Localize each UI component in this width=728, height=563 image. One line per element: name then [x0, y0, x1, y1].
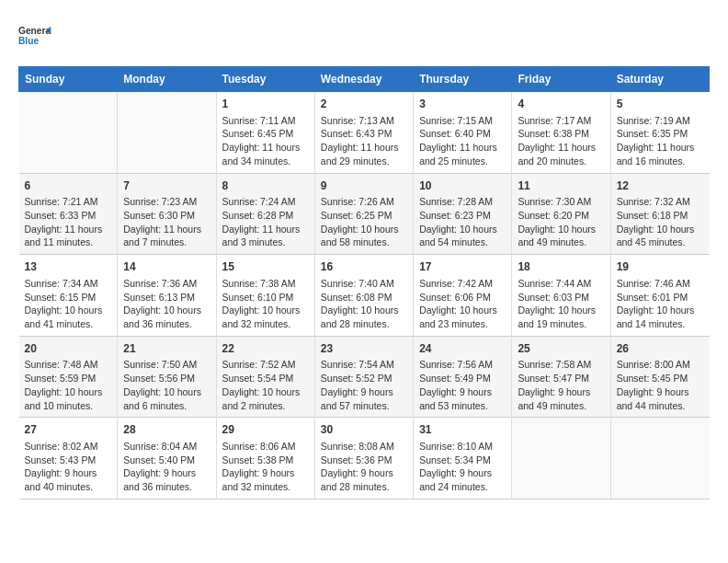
day-info: Sunrise: 7:52 AM Sunset: 5:54 PM Dayligh…: [222, 358, 309, 412]
svg-text:Blue: Blue: [18, 36, 39, 46]
calendar-cell: 23Sunrise: 7:54 AM Sunset: 5:52 PM Dayli…: [314, 336, 413, 418]
day-info: Sunrise: 7:36 AM Sunset: 6:13 PM Dayligh…: [123, 277, 210, 331]
day-number: 24: [419, 341, 506, 357]
day-number: 4: [518, 97, 604, 112]
calendar-cell: 7Sunrise: 7:23 AM Sunset: 6:30 PM Daylig…: [118, 173, 216, 255]
calendar-cell: 19Sunrise: 7:46 AM Sunset: 6:01 PM Dayli…: [610, 255, 709, 337]
calendar-cell: [610, 418, 709, 500]
calendar-cell: 8Sunrise: 7:24 AM Sunset: 6:28 PM Daylig…: [216, 173, 314, 255]
day-info: Sunrise: 7:24 AM Sunset: 6:28 PM Dayligh…: [222, 195, 309, 249]
day-info: Sunrise: 7:48 AM Sunset: 5:59 PM Dayligh…: [25, 358, 112, 412]
day-number: 5: [617, 97, 704, 112]
calendar-cell: 17Sunrise: 7:42 AM Sunset: 6:06 PM Dayli…: [414, 255, 512, 337]
day-number: 28: [123, 422, 210, 438]
calendar-cell: [19, 92, 118, 174]
calendar-cell: [512, 418, 610, 500]
day-info: Sunrise: 7:26 AM Sunset: 6:25 PM Dayligh…: [321, 195, 407, 249]
day-number: 8: [222, 178, 309, 194]
calendar-cell: 25Sunrise: 7:58 AM Sunset: 5:47 PM Dayli…: [512, 336, 610, 418]
calendar-cell: 2Sunrise: 7:13 AM Sunset: 6:43 PM Daylig…: [314, 92, 413, 174]
day-number: 2: [321, 97, 407, 112]
day-number: 23: [321, 341, 407, 357]
day-number: 19: [617, 259, 704, 275]
calendar-cell: 3Sunrise: 7:15 AM Sunset: 6:40 PM Daylig…: [414, 92, 512, 174]
day-info: Sunrise: 7:40 AM Sunset: 6:08 PM Dayligh…: [321, 277, 407, 331]
day-number: 16: [321, 259, 407, 275]
day-info: Sunrise: 8:00 AM Sunset: 5:45 PM Dayligh…: [617, 358, 704, 412]
day-number: 12: [617, 178, 704, 194]
calendar-cell: 14Sunrise: 7:36 AM Sunset: 6:13 PM Dayli…: [118, 255, 216, 337]
logo-svg: General Blue: [18, 18, 51, 52]
page-header: General Blue: [18, 18, 710, 52]
calendar-cell: 21Sunrise: 7:50 AM Sunset: 5:56 PM Dayli…: [118, 336, 216, 418]
calendar-week-row: 20Sunrise: 7:48 AM Sunset: 5:59 PM Dayli…: [19, 336, 710, 418]
day-info: Sunrise: 7:42 AM Sunset: 6:06 PM Dayligh…: [419, 277, 506, 331]
day-info: Sunrise: 8:04 AM Sunset: 5:40 PM Dayligh…: [123, 440, 210, 494]
weekday-header-sunday: Sunday: [19, 67, 118, 92]
calendar-cell: 4Sunrise: 7:17 AM Sunset: 6:38 PM Daylig…: [512, 92, 610, 174]
day-info: Sunrise: 8:06 AM Sunset: 5:38 PM Dayligh…: [222, 440, 309, 494]
calendar-week-row: 13Sunrise: 7:34 AM Sunset: 6:15 PM Dayli…: [19, 255, 710, 337]
calendar-cell: 13Sunrise: 7:34 AM Sunset: 6:15 PM Dayli…: [19, 255, 118, 337]
day-info: Sunrise: 8:02 AM Sunset: 5:43 PM Dayligh…: [25, 440, 112, 494]
day-info: Sunrise: 7:50 AM Sunset: 5:56 PM Dayligh…: [123, 358, 210, 412]
day-info: Sunrise: 7:44 AM Sunset: 6:03 PM Dayligh…: [518, 277, 604, 331]
calendar-cell: 28Sunrise: 8:04 AM Sunset: 5:40 PM Dayli…: [118, 418, 216, 500]
weekday-header-row: SundayMondayTuesdayWednesdayThursdayFrid…: [19, 67, 710, 92]
day-info: Sunrise: 7:34 AM Sunset: 6:15 PM Dayligh…: [25, 277, 112, 331]
calendar-cell: 10Sunrise: 7:28 AM Sunset: 6:23 PM Dayli…: [414, 173, 512, 255]
day-info: Sunrise: 7:32 AM Sunset: 6:18 PM Dayligh…: [617, 195, 704, 249]
calendar-cell: 18Sunrise: 7:44 AM Sunset: 6:03 PM Dayli…: [512, 255, 610, 337]
day-number: 26: [617, 341, 704, 357]
day-number: 15: [222, 259, 309, 275]
day-number: 6: [25, 178, 112, 194]
calendar-cell: 11Sunrise: 7:30 AM Sunset: 6:20 PM Dayli…: [512, 173, 610, 255]
day-info: Sunrise: 7:13 AM Sunset: 6:43 PM Dayligh…: [321, 114, 407, 168]
calendar-cell: 26Sunrise: 8:00 AM Sunset: 5:45 PM Dayli…: [610, 336, 709, 418]
day-info: Sunrise: 7:19 AM Sunset: 6:35 PM Dayligh…: [617, 114, 704, 168]
day-number: 1: [222, 97, 309, 112]
day-number: 3: [419, 97, 506, 112]
day-info: Sunrise: 8:08 AM Sunset: 5:36 PM Dayligh…: [321, 440, 407, 494]
day-info: Sunrise: 8:10 AM Sunset: 5:34 PM Dayligh…: [419, 440, 506, 494]
day-number: 9: [321, 178, 407, 194]
day-info: Sunrise: 7:11 AM Sunset: 6:45 PM Dayligh…: [222, 114, 309, 168]
logo: General Blue: [18, 18, 51, 52]
day-number: 10: [419, 178, 506, 194]
day-number: 25: [518, 341, 604, 357]
day-info: Sunrise: 7:21 AM Sunset: 6:33 PM Dayligh…: [25, 195, 112, 249]
calendar-cell: 6Sunrise: 7:21 AM Sunset: 6:33 PM Daylig…: [19, 173, 118, 255]
day-info: Sunrise: 7:23 AM Sunset: 6:30 PM Dayligh…: [123, 195, 210, 249]
day-number: 21: [123, 341, 210, 357]
day-number: 7: [123, 178, 210, 194]
weekday-header-wednesday: Wednesday: [314, 67, 413, 92]
day-number: 13: [25, 259, 112, 275]
calendar-cell: 22Sunrise: 7:52 AM Sunset: 5:54 PM Dayli…: [216, 336, 314, 418]
calendar-table: SundayMondayTuesdayWednesdayThursdayFrid…: [18, 66, 710, 500]
day-number: 22: [222, 341, 309, 357]
calendar-cell: 30Sunrise: 8:08 AM Sunset: 5:36 PM Dayli…: [314, 418, 413, 500]
day-number: 14: [123, 259, 210, 275]
day-info: Sunrise: 7:58 AM Sunset: 5:47 PM Dayligh…: [518, 358, 604, 412]
day-info: Sunrise: 7:38 AM Sunset: 6:10 PM Dayligh…: [222, 277, 309, 331]
day-info: Sunrise: 7:54 AM Sunset: 5:52 PM Dayligh…: [321, 358, 407, 412]
calendar-week-row: 27Sunrise: 8:02 AM Sunset: 5:43 PM Dayli…: [19, 418, 710, 500]
calendar-week-row: 6Sunrise: 7:21 AM Sunset: 6:33 PM Daylig…: [19, 173, 710, 255]
weekday-header-tuesday: Tuesday: [216, 67, 314, 92]
day-info: Sunrise: 7:17 AM Sunset: 6:38 PM Dayligh…: [518, 114, 604, 168]
day-info: Sunrise: 7:30 AM Sunset: 6:20 PM Dayligh…: [518, 195, 604, 249]
calendar-cell: 5Sunrise: 7:19 AM Sunset: 6:35 PM Daylig…: [610, 92, 709, 174]
day-info: Sunrise: 7:56 AM Sunset: 5:49 PM Dayligh…: [419, 358, 506, 412]
day-number: 31: [419, 422, 506, 438]
calendar-cell: 1Sunrise: 7:11 AM Sunset: 6:45 PM Daylig…: [216, 92, 314, 174]
calendar-cell: 20Sunrise: 7:48 AM Sunset: 5:59 PM Dayli…: [19, 336, 118, 418]
calendar-cell: 9Sunrise: 7:26 AM Sunset: 6:25 PM Daylig…: [314, 173, 413, 255]
day-info: Sunrise: 7:15 AM Sunset: 6:40 PM Dayligh…: [419, 114, 506, 168]
weekday-header-saturday: Saturday: [610, 67, 709, 92]
calendar-cell: 31Sunrise: 8:10 AM Sunset: 5:34 PM Dayli…: [414, 418, 512, 500]
calendar-cell: 16Sunrise: 7:40 AM Sunset: 6:08 PM Dayli…: [314, 255, 413, 337]
calendar-cell: 27Sunrise: 8:02 AM Sunset: 5:43 PM Dayli…: [19, 418, 118, 500]
day-info: Sunrise: 7:28 AM Sunset: 6:23 PM Dayligh…: [419, 195, 506, 249]
day-number: 18: [518, 259, 604, 275]
calendar-cell: 15Sunrise: 7:38 AM Sunset: 6:10 PM Dayli…: [216, 255, 314, 337]
